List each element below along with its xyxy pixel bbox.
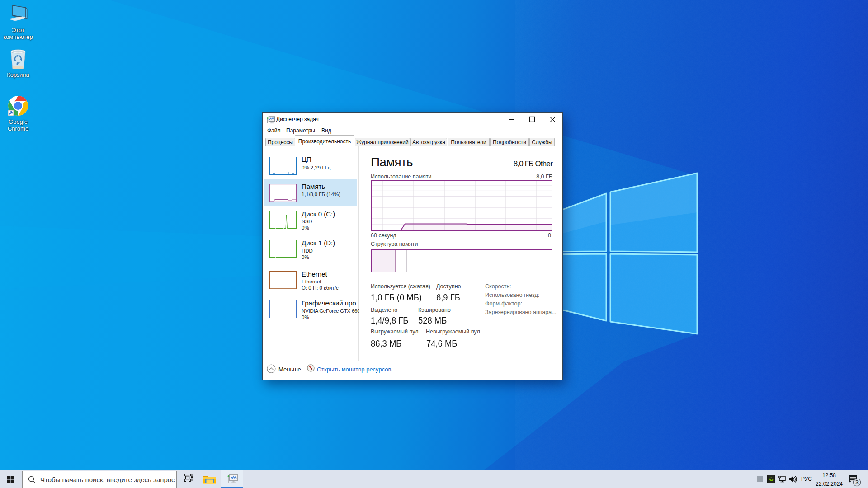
svg-text:3: 3	[855, 479, 859, 486]
